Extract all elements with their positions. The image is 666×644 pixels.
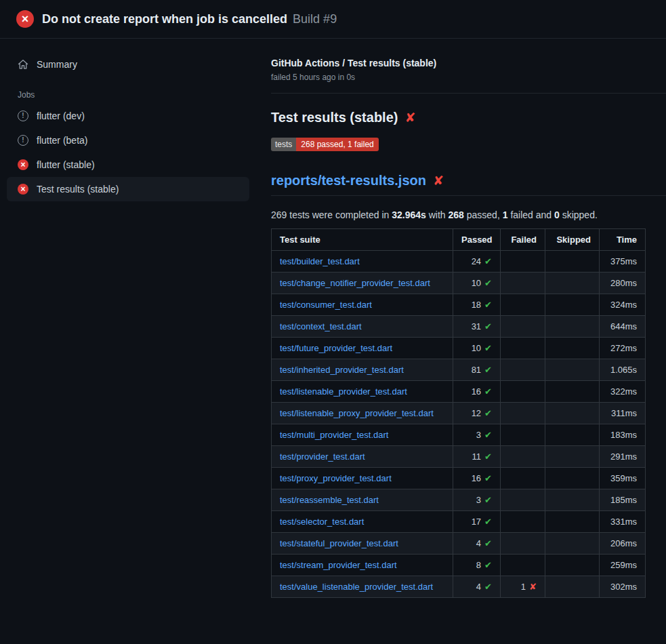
- breadcrumb: GitHub Actions / Test results (stable): [271, 58, 644, 68]
- suite-link[interactable]: test/listenable_proxy_provider_test.dart: [280, 408, 434, 418]
- skipped-cell: [545, 489, 600, 511]
- summary-passed: 268: [449, 209, 464, 220]
- suite-link[interactable]: test/context_test.dart: [280, 321, 362, 331]
- suite-cell: test/provider_test.dart: [272, 446, 453, 468]
- count-value: 1: [521, 582, 526, 592]
- skipped-cell: [545, 468, 600, 489]
- table-row: test/selector_test.dart17✔331ms: [272, 511, 646, 533]
- count-value: 31: [472, 321, 481, 331]
- job-label: flutter (stable): [37, 159, 95, 170]
- suite-cell: test/selector_test.dart: [272, 511, 453, 533]
- col-header-time: Time: [600, 229, 646, 251]
- time-cell: 322ms: [600, 381, 646, 403]
- col-header-failed: Failed: [501, 229, 545, 251]
- failed-cell: [501, 273, 545, 294]
- sidebar-item-summary[interactable]: Summary: [7, 52, 249, 77]
- tests-badge: tests 268 passed, 1 failed: [271, 138, 379, 151]
- sidebar-item-flutter-dev[interactable]: ! flutter (dev): [7, 104, 249, 128]
- check-icon: ✔: [484, 517, 492, 527]
- skipped-cell: [545, 555, 600, 576]
- suite-link[interactable]: test/consumer_test.dart: [280, 300, 372, 310]
- failed-cell: [501, 403, 545, 424]
- suite-link[interactable]: test/listenable_provider_test.dart: [280, 386, 407, 397]
- time-cell: 272ms: [600, 338, 646, 359]
- summary-skipped: 0: [554, 209, 560, 220]
- time-cell: 280ms: [600, 273, 646, 294]
- passed-cell: 10✔: [453, 273, 501, 294]
- summary-line: 269 tests were completed in 32.964s with…: [271, 209, 644, 220]
- skipped-cell: [545, 403, 600, 424]
- count-value: 11: [472, 451, 482, 462]
- suite-link[interactable]: test/builder_test.dart: [280, 256, 360, 266]
- sidebar-item-test-results-stable[interactable]: × Test results (stable): [7, 177, 249, 201]
- sidebar-summary-label: Summary: [37, 59, 77, 70]
- suite-link[interactable]: test/proxy_provider_test.dart: [280, 473, 392, 483]
- table-row: test/reassemble_test.dart3✔185ms: [272, 489, 646, 511]
- failed-cell: [501, 359, 545, 381]
- suite-cell: test/reassemble_test.dart: [272, 489, 453, 511]
- suite-link[interactable]: test/future_provider_test.dart: [280, 343, 392, 353]
- failed-cell: [501, 251, 545, 273]
- results-table-body: test/builder_test.dart24✔375mstest/chang…: [272, 251, 646, 598]
- table-row: test/future_provider_test.dart10✔272ms: [272, 338, 646, 359]
- suite-cell: test/builder_test.dart: [272, 251, 453, 273]
- page-header: × Do not create report when job is cance…: [0, 0, 666, 39]
- table-row: test/inherited_provider_test.dart81✔1.06…: [272, 359, 646, 381]
- suite-link[interactable]: test/inherited_provider_test.dart: [280, 365, 404, 375]
- count-value: 16: [472, 473, 481, 483]
- failed-cell: [501, 294, 545, 316]
- table-row: test/listenable_provider_test.dart16✔322…: [272, 381, 646, 403]
- table-header-row: Test suite Passed Failed Skipped Time: [272, 229, 646, 251]
- col-header-skipped: Skipped: [545, 229, 600, 251]
- suite-link[interactable]: test/value_listenable_provider_test.dart: [280, 582, 433, 592]
- failed-status-icon: ×: [16, 10, 34, 28]
- cross-icon: ✘: [529, 582, 537, 592]
- count-value: 8: [476, 560, 481, 570]
- table-row: test/stateful_provider_test.dart4✔206ms: [272, 533, 646, 555]
- suite-cell: test/context_test.dart: [272, 316, 453, 338]
- job-label: Test results (stable): [37, 184, 119, 195]
- suite-link[interactable]: test/stateful_provider_test.dart: [280, 538, 398, 548]
- table-row: test/multi_provider_test.dart3✔183ms: [272, 424, 646, 446]
- build-number: Build #9: [293, 12, 337, 26]
- suite-link[interactable]: test/reassemble_test.dart: [280, 495, 379, 505]
- check-section-heading: Test results (stable) ✘: [271, 110, 644, 125]
- passed-cell: 81✔: [453, 359, 501, 381]
- suite-link[interactable]: test/change_notifier_provider_test.dart: [280, 278, 430, 288]
- table-row: test/change_notifier_provider_test.dart1…: [272, 273, 646, 294]
- failed-cell: [501, 424, 545, 446]
- sidebar-item-flutter-stable[interactable]: × flutter (stable): [7, 153, 249, 177]
- run-status-line: failed 5 hours ago in 0s: [271, 73, 644, 82]
- table-row: test/consumer_test.dart18✔324ms: [272, 294, 646, 316]
- suite-link[interactable]: test/multi_provider_test.dart: [280, 430, 388, 440]
- count-value: 10: [472, 343, 481, 353]
- report-file-link[interactable]: reports/test-results.json: [271, 173, 426, 188]
- suite-link[interactable]: test/stream_provider_test.dart: [280, 560, 397, 570]
- passed-cell: 24✔: [453, 251, 501, 273]
- check-icon: ✔: [484, 560, 492, 570]
- passed-cell: 18✔: [453, 294, 501, 316]
- divider: [271, 93, 666, 94]
- skipped-cell: [545, 424, 600, 446]
- suite-link[interactable]: test/provider_test.dart: [280, 451, 365, 462]
- check-icon: ✔: [484, 582, 492, 592]
- skipped-cell: [545, 359, 600, 381]
- table-row: test/proxy_provider_test.dart16✔359ms: [272, 468, 646, 489]
- failed-cell: [501, 489, 545, 511]
- sidebar-item-flutter-beta[interactable]: ! flutter (beta): [7, 128, 249, 153]
- page-layout: Summary Jobs ! flutter (dev) ! flutter (…: [0, 39, 666, 598]
- skipped-cell: [545, 251, 600, 273]
- table-row: test/provider_test.dart11✔291ms: [272, 446, 646, 468]
- col-header-test-suite: Test suite: [272, 229, 453, 251]
- passed-cell: 10✔: [453, 338, 501, 359]
- count-value: 18: [472, 300, 481, 310]
- suite-link[interactable]: test/selector_test.dart: [280, 517, 364, 527]
- suite-cell: test/proxy_provider_test.dart: [272, 468, 453, 489]
- check-icon: ✔: [484, 300, 492, 310]
- col-header-passed: Passed: [453, 229, 501, 251]
- check-icon: ✔: [484, 495, 492, 505]
- check-icon: ✔: [484, 430, 492, 440]
- failed-cell: [501, 533, 545, 555]
- skipped-cell: [545, 381, 600, 403]
- cross-mark-icon: ✘: [433, 174, 444, 187]
